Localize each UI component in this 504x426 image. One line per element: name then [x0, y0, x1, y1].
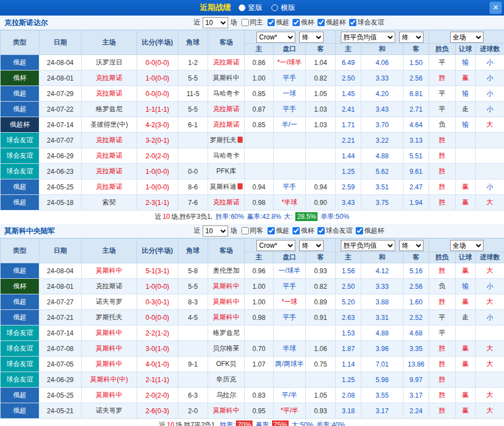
- asian-home-odds: 0.96: [245, 263, 274, 279]
- matches-table: 类型 日期 主场 比分(半场) 角球 客场 Crow* 终 胜平负均值 终: [0, 238, 504, 419]
- final-odds-select[interactable]: 终: [299, 32, 324, 43]
- asian-handicap: 平/半: [274, 388, 306, 403]
- league-filter[interactable]: 俄超: [268, 18, 289, 27]
- goals-result: 小: [476, 310, 504, 325]
- asian-home-odds: 0.98: [245, 310, 274, 325]
- result: 胜: [429, 388, 456, 403]
- league-filter[interactable]: 球会友谊: [317, 226, 352, 235]
- title-bar: 近期战绩 竖版 横版 ✕: [0, 0, 504, 16]
- league-type-badge: 俄超: [1, 388, 39, 403]
- league-filter[interactable]: 球会友谊: [349, 18, 384, 27]
- asian-handicap: 平手: [274, 310, 306, 325]
- away-team: 马哈奇卡: [208, 86, 245, 102]
- league-filters: 俄超俄杯球会友谊俄超杯: [264, 226, 384, 236]
- summary-segment: 大:50%: [290, 421, 314, 426]
- goals-result: [476, 164, 504, 179]
- away-team: 贝尔格莱: [208, 341, 245, 357]
- goals-result: 大: [476, 263, 504, 279]
- horizontal-radio-icon[interactable]: [271, 4, 278, 11]
- asian-home-odds: 1.07: [245, 357, 274, 372]
- league-filter-checkbox[interactable]: [317, 227, 325, 234]
- handicap-result: 赢: [456, 403, 476, 419]
- euro-home-odds: 1.25: [336, 164, 361, 179]
- match-date: 24-05-25: [39, 179, 82, 195]
- same-venue-checkbox[interactable]: [241, 227, 249, 234]
- league-filter-checkbox[interactable]: [317, 19, 325, 26]
- horizontal-radio-label[interactable]: 横版: [281, 3, 295, 13]
- league-filter-checkbox[interactable]: [293, 227, 300, 234]
- company-select[interactable]: Crow*: [256, 32, 295, 43]
- col-away: 客场: [208, 239, 245, 263]
- away-team: 罗斯托夫: [208, 133, 245, 148]
- corner-stat: 5-5: [178, 279, 208, 294]
- home-team: 克拉斯诺: [82, 279, 137, 294]
- handicap-result: 赢: [456, 179, 476, 195]
- league-filter-checkbox[interactable]: [293, 19, 300, 26]
- scope-select[interactable]: 全场: [450, 32, 483, 43]
- same-venue-filter[interactable]: 同客: [241, 226, 263, 235]
- match-date: 24-08-01: [39, 71, 82, 86]
- final-odds-select-2[interactable]: 终: [399, 240, 424, 251]
- league-type-badge: 球会友谊: [1, 325, 39, 341]
- final-odds-select-2[interactable]: 终: [399, 32, 424, 43]
- same-venue-filter[interactable]: 同主: [241, 18, 263, 27]
- final-odds-select[interactable]: 终: [299, 240, 324, 251]
- league-filter-checkbox[interactable]: [349, 19, 356, 26]
- same-venue-checkbox[interactable]: [241, 19, 249, 26]
- league-filter[interactable]: 俄超杯: [317, 18, 346, 27]
- asian-away-odds: 0.75: [306, 357, 336, 372]
- asian-handicap: *一球: [274, 294, 306, 310]
- asian-home-odds: 0.87: [245, 102, 274, 117]
- result: 胜: [429, 148, 456, 164]
- euro-draw-odds: 4.20: [361, 86, 404, 102]
- odds-type-select[interactable]: 胜平负均值: [341, 240, 395, 251]
- corner-stat: 5-8: [178, 263, 208, 279]
- home-team: 莫斯科中(中): [82, 372, 137, 388]
- euro-away-odds: 9.97: [404, 372, 429, 388]
- score: 2-3(1-1): [137, 195, 178, 211]
- handicap-result: 走: [456, 102, 476, 117]
- result: 胜: [429, 195, 456, 211]
- league-filter-label: 球会友谊: [357, 18, 384, 27]
- euro-draw-odds: 3.22: [361, 133, 404, 148]
- league-filter-checkbox[interactable]: [268, 227, 275, 234]
- euro-home-odds: 6.49: [336, 55, 361, 71]
- scope-select[interactable]: 全场: [450, 240, 483, 251]
- handicap-result: [456, 148, 476, 164]
- score: 4-2(3-0): [137, 117, 178, 133]
- euro-home-odds: 5.20: [336, 294, 361, 310]
- odds-type-select[interactable]: 胜平负均值: [341, 32, 395, 43]
- corner-stat: [178, 372, 208, 388]
- vertical-layout-option[interactable]: 竖版: [239, 3, 263, 13]
- league-filter[interactable]: 俄杯: [293, 18, 314, 27]
- goals-result: 小: [476, 179, 504, 195]
- summary-segment: 赢率:: [254, 421, 271, 426]
- company-select[interactable]: Crow*: [256, 240, 295, 251]
- league-type-badge: 球会友谊: [1, 372, 39, 388]
- handicap-result: 输: [456, 86, 476, 102]
- league-filter[interactable]: 俄超: [268, 226, 289, 235]
- horizontal-layout-option[interactable]: 横版: [271, 3, 295, 13]
- league-filter-checkbox[interactable]: [268, 19, 275, 26]
- league-filter[interactable]: 俄超杯: [356, 226, 384, 235]
- corner-stat: [178, 133, 208, 148]
- vertical-radio-icon[interactable]: [239, 4, 245, 11]
- asian-handicap: 一球: [274, 86, 306, 102]
- red-card-icon: [238, 137, 243, 143]
- league-type-badge: 球会友谊: [1, 133, 39, 148]
- euro-away-odds: 4.68: [404, 325, 429, 341]
- league-filter[interactable]: 俄杯: [293, 226, 314, 235]
- league-filter-checkbox[interactable]: [356, 227, 363, 234]
- score: 3-2(0-1): [137, 133, 178, 148]
- league-type-badge: 俄杯: [1, 279, 39, 294]
- result: 平: [429, 325, 456, 341]
- col-type: 类型: [1, 239, 39, 263]
- goals-result: 小: [476, 102, 504, 117]
- close-button[interactable]: ✕: [490, 2, 502, 14]
- result: 平: [429, 310, 456, 325]
- match-date: 24-07-07: [39, 133, 82, 148]
- vertical-radio-label[interactable]: 竖版: [248, 3, 263, 13]
- match-count-select[interactable]: 10: [203, 225, 228, 237]
- match-count-select[interactable]: 10: [203, 17, 228, 28]
- away-team: 克拉斯诺: [208, 117, 245, 133]
